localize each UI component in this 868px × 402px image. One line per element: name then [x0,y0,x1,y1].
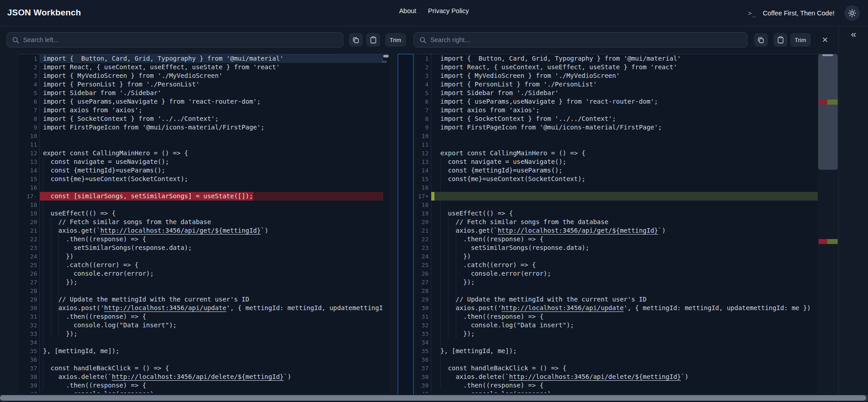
code-line[interactable]: 14 const {mettingId}=useParams(); [18,166,383,175]
code-line[interactable]: 7import axios from 'axios'; [18,106,383,115]
code-line[interactable]: 8import { SocketContext } from '../../Co… [416,115,818,123]
code-line[interactable]: 38 axios.delete(`http://localhost:3456/a… [416,373,818,381]
code-line[interactable]: 25 .catch((error) => { [416,261,818,269]
paste-right-button[interactable] [773,33,787,47]
copy-left-button[interactable] [349,33,363,47]
horizontal-scrollbar-track[interactable] [0,395,868,401]
editor-pane-right[interactable]: 1import { Button, Card, Grid, Typography… [416,54,818,393]
close-right-pane-button[interactable]: ✕ [819,34,831,46]
code-line[interactable]: 9import FirstPageIcon from '@mui/icons-m… [18,123,383,132]
code-line[interactable]: 13 const navigate = useNavigate(); [18,158,383,166]
code-line[interactable]: 9import FirstPageIcon from '@mui/icons-m… [416,123,818,132]
code-line[interactable]: 12export const CallingMainHero = () => { [416,149,818,158]
trim-right-button[interactable]: Trim [790,33,811,47]
code-line[interactable]: 37 const handleBackClick = () => { [18,364,383,373]
nav-privacy-policy[interactable]: Privacy Policy [428,7,469,14]
code-line[interactable]: 6import { useParams,useNavigate } from '… [18,97,383,106]
code-line[interactable]: 4import { PersonList } from './PersonLis… [416,80,818,89]
code-line[interactable]: 24 }) [416,252,818,261]
code-line[interactable]: 17- const [similarSongs, setSimilarSongs… [18,192,383,201]
code-line[interactable]: 27 }); [416,278,818,287]
code-line[interactable]: 16 [18,183,383,192]
code-line[interactable]: 25 .catch((error) => { [18,261,383,269]
code-line[interactable]: 1import { Button, Card, Grid, Typography… [416,54,818,63]
code-line[interactable]: 12export const CallingMainHero = () => { [18,149,383,158]
code-line[interactable]: 11 [18,140,383,149]
code-line[interactable]: 7import axios from 'axios'; [416,106,818,115]
code-line[interactable]: 2import React, { useContext, useEffect, … [18,63,383,72]
code-line[interactable]: 11 [416,140,818,149]
code-line[interactable]: 28 [416,287,818,295]
code-line[interactable]: 18 [18,201,383,209]
code-line[interactable]: 8import { SocketContext } from '../../Co… [18,115,383,123]
code-line[interactable]: 3import { MyVedioScreen } from './MyVedi… [416,72,818,80]
code-line[interactable]: 22 .then((response) => { [18,235,383,244]
code-line[interactable]: 31 .then((response) => { [416,312,818,321]
paste-left-button[interactable] [366,33,380,47]
code-line[interactable]: 20 // Fetch similar songs from the datab… [18,218,383,226]
code-line[interactable]: 39 .then((response) => { [18,381,383,390]
code-line[interactable]: 4import { PersonList } from './PersonLis… [18,80,383,89]
code-line[interactable]: 28 [18,287,383,295]
code-line[interactable]: 15 const{me}=useContext(SocketContext); [416,175,818,183]
code-line[interactable]: 34 [416,338,818,347]
url-link[interactable]: http://localhost:3456/api/update [104,304,227,311]
pane-divider-gutter[interactable] [398,54,414,397]
url-link[interactable]: http://localhost:3456/api/update [502,304,624,311]
url-link[interactable]: http://localhost:3456/api/delete/${metti… [112,373,284,380]
url-link[interactable]: http://localhost:3456/api/get/${mettingI… [100,227,260,234]
code-line[interactable]: 32 console.log("Data insert"); [416,321,818,330]
code-line[interactable]: 16 [416,183,818,192]
code-line[interactable]: 2import React, { useContext, useEffect, … [416,63,818,72]
code-line[interactable]: 39 .then((response) => { [416,381,818,390]
code-line[interactable]: 3import { MyVedioScreen } from './MyVedi… [18,72,383,80]
code-line[interactable]: 31 .then((response) => { [18,312,383,321]
url-link[interactable]: http://localhost:3456/api/get/${mettingI… [497,227,658,234]
code-line[interactable]: 40 console.log(response); [18,390,383,393]
collapse-panel-button[interactable]: « [847,27,860,41]
code-line[interactable]: 38 axios.delete(`http://localhost:3456/a… [18,373,383,381]
url-link[interactable]: http://localhost:3456/api/delete/${metti… [509,373,681,380]
code-line[interactable]: 18 [416,201,818,209]
code-line[interactable]: 24 }) [18,252,383,261]
code-line[interactable]: 19 useEffect(() => { [18,209,383,218]
code-line[interactable]: 33 }); [416,330,818,338]
code-line[interactable]: 34 [18,338,383,347]
code-line[interactable]: 36 [416,355,818,364]
code-line[interactable]: 10 [18,132,383,140]
code-line[interactable]: 26 console.error(error); [18,269,383,278]
code-line[interactable]: 6import { useParams,useNavigate } from '… [416,97,818,106]
code-line[interactable]: 21 axios.get(`http://localhost:3456/api/… [18,226,383,235]
code-line[interactable]: 33 }); [18,330,383,338]
code-line[interactable]: 17+ [416,192,818,201]
code-line[interactable]: 14 const {mettingId}=useParams(); [416,166,818,175]
code-line[interactable]: 10 [416,132,818,140]
code-line[interactable]: 35}, [mettingId, me]); [18,347,383,355]
code-line[interactable]: 37 const handleBackClick = () => { [416,364,818,373]
code-line[interactable]: 20 // Fetch similar songs from the datab… [416,218,818,226]
code-line[interactable]: 36 [18,355,383,364]
search-right-input[interactable] [430,36,742,43]
theme-toggle-button[interactable] [844,5,860,21]
code-line[interactable]: 23 setSimilarSongs(response.data); [416,244,818,252]
code-line[interactable]: 27 }); [18,278,383,287]
editor-pane-left[interactable]: 1import { Button, Card, Grid, Typography… [18,54,390,393]
horizontal-scrollbar-thumb[interactable] [0,395,866,401]
vertical-scrollbar-thumb[interactable] [818,54,838,170]
code-line[interactable]: 5import Sidebar from './Sidebar' [416,89,818,97]
code-line[interactable]: 22 .then((response) => { [416,235,818,244]
code-line[interactable]: 26 console.error(error); [416,269,818,278]
left-vertical-scrollbar-thumb[interactable] [383,55,389,57]
code-line[interactable]: 15 const{me}=useContext(SocketContext); [18,175,383,183]
code-line[interactable]: 29 // Update the mettingId with the curr… [18,295,383,304]
code-line[interactable]: 30 axios.post('http://localhost:3456/api… [416,304,818,312]
code-line[interactable]: 21 axios.get(`http://localhost:3456/api/… [416,226,818,235]
code-line[interactable]: 29 // Update the mettingId with the curr… [416,295,818,304]
search-left-input[interactable] [23,36,338,43]
code-line[interactable]: 5import Sidebar from './Sidebar' [18,89,383,97]
code-line[interactable]: 30 axios.post('http://localhost:3456/api… [18,304,383,312]
code-line[interactable]: 35}, [mettingId, me]); [416,347,818,355]
copy-right-button[interactable] [754,33,768,47]
code-line[interactable]: 23 setSimilarSongs(response.data); [18,244,383,252]
code-line[interactable]: 13 const navigate = useNavigate(); [416,158,818,166]
